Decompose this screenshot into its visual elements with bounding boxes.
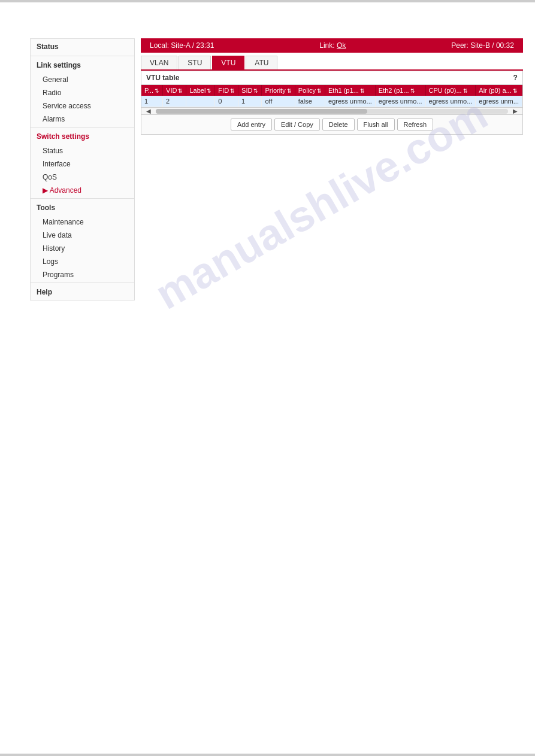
- main-content: Status Link settings General Radio Servi…: [0, 38, 535, 300]
- sidebar-item-general[interactable]: General: [31, 73, 134, 86]
- col-vid[interactable]: VID⇅: [163, 85, 186, 96]
- sidebar-item-radio[interactable]: Radio: [31, 86, 134, 99]
- link-info: Link: Ok: [319, 41, 346, 50]
- header-bar: Local: Site-A / 23:31 Link: Ok Peer: Sit…: [141, 38, 523, 53]
- cell-label: [186, 96, 215, 107]
- link-status-link[interactable]: Ok: [337, 41, 346, 50]
- divider-3: [31, 198, 134, 199]
- edit-copy-button[interactable]: Edit / Copy: [274, 119, 320, 130]
- local-info: Local: Site-A / 23:31: [150, 41, 214, 50]
- scroll-thumb[interactable]: [156, 109, 367, 114]
- sidebar-section-switch-settings[interactable]: Switch settings: [31, 129, 134, 144]
- cell-policy: false: [295, 96, 325, 107]
- sidebar-item-advanced[interactable]: ▶ Advanced: [31, 184, 134, 197]
- peer-info: Peer: Site-B / 00:32: [451, 41, 514, 50]
- col-airp0[interactable]: Air (p0) a...⇅: [476, 85, 522, 96]
- table-section: VTU table ? P...⇅ VID⇅: [141, 71, 523, 115]
- cell-sid: 1: [238, 96, 262, 107]
- scroll-track[interactable]: [156, 109, 508, 114]
- refresh-button[interactable]: Refresh: [397, 119, 434, 130]
- sidebar-section-link-settings[interactable]: Link settings: [31, 57, 134, 73]
- cell-port: 1: [141, 96, 163, 107]
- sidebar-item-service-access[interactable]: Service access: [31, 99, 134, 113]
- col-eth2p1[interactable]: Eth2 (p1...⇅: [375, 85, 425, 96]
- divider-4: [31, 283, 134, 283]
- bottom-border: [0, 754, 535, 756]
- col-policy[interactable]: Policy⇅: [295, 85, 325, 96]
- col-port[interactable]: P...⇅: [141, 85, 163, 96]
- scroll-prev-btn[interactable]: ◀: [144, 108, 153, 114]
- sidebar-item-programs[interactable]: Programs: [31, 268, 134, 281]
- top-border: [0, 0, 535, 2]
- table-title-row: VTU table ?: [141, 71, 522, 85]
- sidebar-item-maintenance[interactable]: Maintenance: [31, 215, 134, 229]
- tab-vlan[interactable]: VLAN: [141, 56, 177, 69]
- sidebar: Status Link settings General Radio Servi…: [30, 38, 135, 300]
- delete-button[interactable]: Delete: [322, 119, 355, 130]
- sidebar-item-live-data[interactable]: Live data: [31, 229, 134, 242]
- scroll-next-btn[interactable]: ▶: [510, 108, 520, 114]
- page-wrapper: Status Link settings General Radio Servi…: [0, 0, 535, 756]
- action-buttons-bar: Add entry Edit / Copy Delete Flush all R…: [141, 115, 523, 135]
- cell-fid: 0: [215, 96, 238, 107]
- table-title: VTU table: [146, 74, 179, 82]
- flush-all-button[interactable]: Flush all: [357, 119, 395, 130]
- tab-vtu[interactable]: VTU: [212, 56, 244, 69]
- sidebar-item-logs[interactable]: Logs: [31, 255, 134, 268]
- col-priority[interactable]: Priority⇅: [262, 85, 295, 96]
- divider-2: [31, 127, 134, 127]
- col-fid[interactable]: FID⇅: [215, 85, 238, 96]
- tab-bar: VLAN STU VTU ATU: [141, 56, 523, 71]
- cell-vid: 2: [163, 96, 186, 107]
- sidebar-section-tools[interactable]: Tools: [31, 200, 134, 215]
- cell-eth1p1: egress unmo...: [325, 96, 376, 107]
- divider-1: [31, 56, 134, 56]
- help-icon[interactable]: ?: [513, 74, 518, 82]
- cell-eth2p1: egress unmo...: [375, 96, 425, 107]
- table-row[interactable]: 1 2 0 1 off false egress unmo... egress …: [141, 96, 522, 107]
- right-panel: Local: Site-A / 23:31 Link: Ok Peer: Sit…: [141, 38, 523, 300]
- cell-airp0: egress unm...: [476, 96, 522, 107]
- vtu-table: P...⇅ VID⇅ Label⇅ FID⇅: [141, 85, 522, 107]
- sidebar-item-history[interactable]: History: [31, 242, 134, 255]
- sidebar-section-status[interactable]: Status: [31, 39, 134, 54]
- sidebar-item-alarms[interactable]: Alarms: [31, 113, 134, 126]
- cell-priority: off: [262, 96, 295, 107]
- col-label[interactable]: Label⇅: [186, 85, 215, 96]
- sidebar-section-help[interactable]: Help: [31, 284, 134, 300]
- tab-stu[interactable]: STU: [179, 56, 211, 69]
- sidebar-item-qos[interactable]: QoS: [31, 171, 134, 184]
- cell-cpup0: egress unmo...: [425, 96, 476, 107]
- sidebar-item-interface[interactable]: Interface: [31, 157, 134, 171]
- col-sid[interactable]: SID⇅: [238, 85, 262, 96]
- add-entry-button[interactable]: Add entry: [231, 119, 272, 130]
- tab-atu[interactable]: ATU: [246, 56, 277, 69]
- table-container[interactable]: P...⇅ VID⇅ Label⇅ FID⇅: [141, 85, 522, 107]
- col-cpup0[interactable]: CPU (p0)...⇅: [425, 85, 476, 96]
- sidebar-item-switch-status[interactable]: Status: [31, 144, 134, 157]
- horizontal-scrollbar[interactable]: ◀ ▶: [141, 107, 522, 114]
- table-header-row: P...⇅ VID⇅ Label⇅ FID⇅: [141, 85, 522, 96]
- col-eth1p1[interactable]: Eth1 (p1...⇅: [325, 85, 376, 96]
